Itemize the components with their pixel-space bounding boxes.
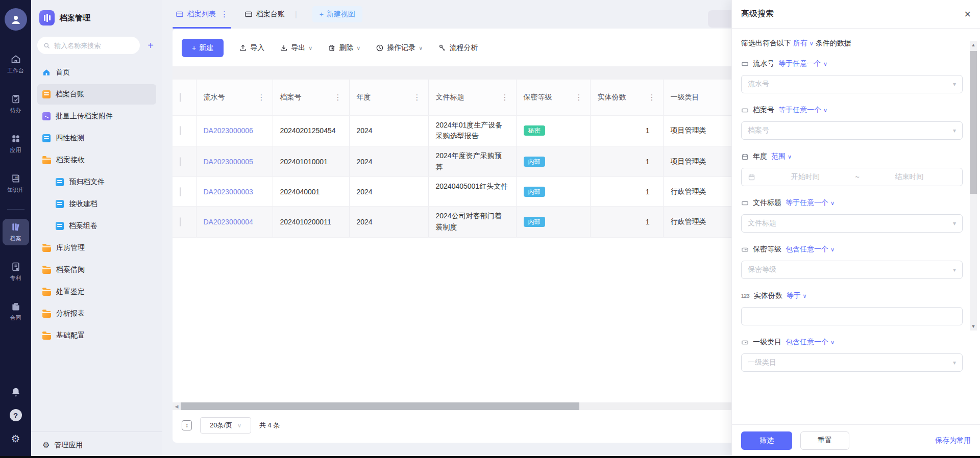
filter-label: 实体份数	[754, 291, 782, 300]
scrollbar-thumb[interactable]	[970, 51, 977, 194]
tab-archive-list[interactable]: 档案列表 ⋮	[173, 0, 231, 29]
sidebar-item-config[interactable]: 基础配置	[37, 325, 156, 346]
filter-op-link[interactable]: 等于任意一个 ∨	[786, 198, 835, 208]
delete-button[interactable]: 删除 ∨	[328, 43, 360, 53]
filter-op-link[interactable]: 包含任意一个 ∨	[786, 338, 835, 347]
row-checkbox[interactable]	[180, 187, 181, 196]
operation-log-button[interactable]: 操作记录 ∨	[376, 43, 423, 53]
rail-item-archive[interactable]: 档案	[3, 219, 29, 245]
sidebar-item-ledger[interactable]: 档案台账	[37, 84, 156, 105]
serial-select[interactable]: 流水号 ▾	[741, 75, 963, 93]
serial-link[interactable]: DA2023000004	[204, 218, 253, 226]
sidebar-item-volume[interactable]: 档案组卷	[37, 216, 156, 236]
chevron-down-icon: ∨	[356, 45, 360, 52]
flow-analysis-button[interactable]: 流程分析	[438, 43, 478, 53]
rail-item-workbench[interactable]: 工作台	[3, 51, 29, 78]
row-checkbox[interactable]	[180, 217, 181, 226]
title-select[interactable]: 文件标题 ▾	[741, 214, 963, 233]
settings-gear-icon[interactable]: ⚙	[11, 432, 20, 445]
tab-archive-ledger[interactable]: 档案台账	[241, 0, 288, 29]
filter-op-link[interactable]: 等于 ∨	[787, 291, 807, 300]
text-field-icon	[741, 199, 749, 207]
column-menu-icon[interactable]: ⋮	[648, 93, 656, 102]
sidebar-item-borrow[interactable]: 档案借阅	[37, 260, 156, 280]
filter-op-link[interactable]: 等于任意一个 ∨	[778, 106, 827, 115]
column-menu-icon[interactable]: ⋮	[413, 93, 421, 102]
sidebar-search-input[interactable]	[54, 42, 134, 49]
column-header-category[interactable]: 一级类目	[663, 80, 736, 115]
sidebar-item-receive[interactable]: 档案接收	[37, 150, 156, 170]
filter-op-link[interactable]: 等于任意一个 ∨	[778, 59, 827, 68]
clock-icon	[376, 44, 384, 52]
serial-link[interactable]: DA2023000005	[204, 158, 253, 166]
start-time-placeholder[interactable]: 开始时间	[758, 172, 852, 182]
avatar[interactable]	[5, 8, 27, 31]
new-view-button[interactable]: + 新建视图	[312, 6, 362, 22]
help-icon[interactable]: ?	[10, 409, 22, 421]
create-button[interactable]: + 新建	[182, 39, 224, 57]
sidebar-item-dispose[interactable]: 处置鉴定	[37, 282, 156, 302]
reset-button[interactable]: 重置	[800, 431, 849, 450]
title-cell: 2024公司对客部门着装制度	[428, 207, 516, 237]
level-select[interactable]: 保密等级 ▾	[741, 261, 963, 279]
rail-item-contract[interactable]: 合同	[3, 298, 29, 325]
filter-button[interactable]: 筛选	[741, 431, 792, 450]
sidebar-item-warehouse[interactable]: 库房管理	[37, 238, 156, 258]
import-button[interactable]: 导入	[239, 43, 264, 53]
column-menu-icon[interactable]: ⋮	[334, 93, 342, 102]
scrollbar-thumb[interactable]	[181, 402, 579, 410]
sidebar-item-receive-create[interactable]: 接收建档	[37, 194, 156, 214]
folder-icon	[42, 289, 51, 296]
year-range-picker[interactable]: 开始时间 ~ 结束时间	[741, 168, 963, 186]
column-menu-icon[interactable]: ⋮	[258, 93, 265, 102]
condition-mode-link[interactable]: 所有 ∨	[793, 39, 816, 47]
column-header-copies[interactable]: 实体份数⋮	[590, 80, 663, 115]
save-as-favorite-link[interactable]: 保存为常用	[935, 436, 971, 445]
close-icon[interactable]: ×	[964, 9, 971, 20]
horizontal-scrollbar[interactable]: ◀	[173, 402, 736, 410]
serial-link[interactable]: DA2023000003	[204, 188, 253, 196]
column-header-title[interactable]: 文件标题⋮	[428, 80, 516, 115]
category-select[interactable]: 一级类目 ▾	[741, 353, 963, 372]
archive-no-select[interactable]: 档案号 ▾	[741, 121, 963, 140]
sidebar-search[interactable]	[37, 37, 140, 54]
filter-op-link[interactable]: 包含任意一个 ∨	[786, 245, 835, 254]
scroll-down-icon[interactable]: ▼	[971, 322, 976, 330]
serial-link[interactable]: DA2023000006	[204, 126, 253, 135]
column-menu-icon[interactable]: ⋮	[575, 93, 583, 102]
sidebar-item-home[interactable]: 首页	[37, 62, 156, 83]
condition-suffix: 条件的数据	[816, 39, 851, 47]
rail-item-patent[interactable]: 专利	[3, 259, 29, 285]
sidebar-item-label: 四性检测	[56, 134, 84, 143]
rail-item-apps[interactable]: 应用	[3, 131, 29, 157]
select-all-checkbox[interactable]	[180, 93, 181, 102]
end-time-placeholder[interactable]: 结束时间	[863, 172, 956, 182]
rail-item-todo[interactable]: 待办	[3, 91, 29, 117]
column-menu-icon[interactable]: ⋮	[501, 93, 509, 102]
filter-label: 文件标题	[753, 198, 781, 208]
tab-menu-icon[interactable]: ⋮	[220, 10, 228, 19]
notifications-bell-icon[interactable]	[10, 387, 21, 398]
sidebar-item-four-check[interactable]: 四性检测	[37, 128, 156, 148]
scroll-up-icon[interactable]: ▲	[971, 41, 976, 49]
export-button[interactable]: 导出 ∨	[280, 43, 312, 53]
sidebar-add-button[interactable]: +	[145, 40, 156, 52]
column-header-level[interactable]: 保密等级⋮	[516, 80, 590, 115]
sidebar-item-prearchive[interactable]: 预归档文件	[37, 172, 156, 192]
scroll-left-icon[interactable]: ◀	[173, 404, 181, 409]
manage-app-button[interactable]: ⚙ 管理应用	[31, 431, 162, 458]
column-header-archive-no[interactable]: 档案号⋮	[273, 80, 349, 115]
column-header-serial[interactable]: 流水号⋮	[196, 80, 273, 115]
archive-table: 流水号⋮ 档案号⋮ 年度⋮ 文件标题⋮ 保密等级⋮ 实体份数⋮ 一级类目 DA2…	[173, 80, 736, 238]
row-height-button[interactable]: ↕	[182, 420, 192, 430]
page-size-select[interactable]: 20条/页 ∨	[200, 417, 251, 434]
rail-item-knowledge[interactable]: AI 知识库	[3, 170, 29, 197]
row-checkbox[interactable]	[180, 157, 181, 166]
filter-op-link[interactable]: 范围 ∨	[771, 152, 792, 161]
sidebar-item-report[interactable]: 分析报表	[37, 303, 156, 324]
copies-input[interactable]	[741, 307, 963, 325]
sidebar-item-batch-upload[interactable]: 批量上传档案附件	[37, 106, 156, 126]
drawer-scrollbar[interactable]: ▲ ▼	[970, 41, 977, 330]
column-header-year[interactable]: 年度⋮	[349, 80, 428, 115]
row-checkbox[interactable]	[180, 126, 181, 135]
